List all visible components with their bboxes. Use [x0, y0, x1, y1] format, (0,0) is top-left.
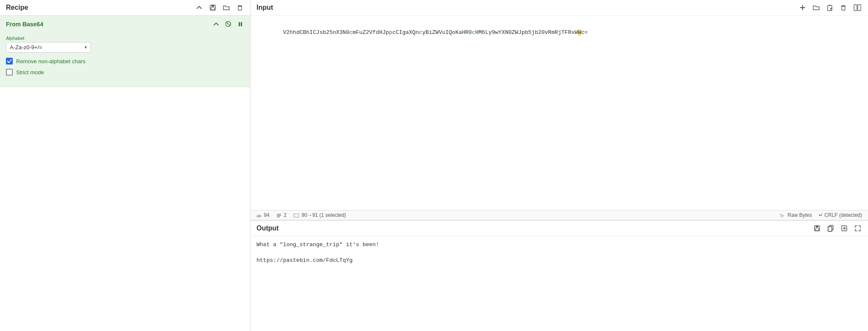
svg-text:abc: abc: [256, 214, 262, 218]
output-save-button[interactable]: [813, 224, 821, 233]
right-panel: Input: [251, 0, 868, 331]
disable-icon: [225, 21, 231, 27]
status-bar-right: Tr Raw Bytes ↵ CRLF (detected): [780, 212, 862, 218]
recipe-header: Recipe: [0, 0, 250, 16]
chevron-up-icon: [213, 21, 219, 27]
input-text-normal: V2hhdCBhICJsb25nX3N0: [283, 29, 349, 36]
remove-nonalpha-row: Remove non-alphabet chars: [6, 58, 244, 65]
remove-nonalpha-label: Remove non-alphabet chars: [16, 58, 85, 65]
operation-collapse-button[interactable]: [212, 20, 220, 28]
input-title: Input: [256, 4, 273, 11]
trash-icon: [237, 4, 243, 11]
operation-disable-button[interactable]: [224, 20, 232, 28]
format-icon: Tr: [780, 213, 785, 218]
output-fullscreen-button[interactable]: [854, 224, 862, 233]
left-panel: Recipe: [0, 0, 251, 331]
recipe-collapse-button[interactable]: [195, 3, 203, 12]
input-text-highlight-c2: c: [419, 29, 422, 36]
recipe-delete-button[interactable]: [236, 3, 244, 12]
output-line-2: https://pastebin.com/FdcLTqYg: [256, 256, 862, 265]
recipe-title: Recipe: [6, 4, 28, 11]
copy-icon: [827, 225, 834, 232]
output-title: Output: [256, 224, 279, 232]
status-char-count: abc 94: [256, 212, 270, 218]
input-content[interactable]: V2hhdCBhICJsb25nX3N0cmFuZ2VfdHJppcCIgaXQ…: [251, 16, 868, 210]
status-raw-bytes: Tr Raw Bytes: [780, 212, 812, 218]
input-text-highlight-c3: c: [472, 29, 475, 36]
svg-rect-3: [238, 6, 242, 10]
output-line-1: What a "long_strange_trip" it's been!: [256, 241, 862, 250]
svg-rect-21: [816, 226, 818, 227]
operation-title: From Base64: [6, 21, 43, 28]
lines-icon: [276, 213, 282, 218]
input-header-icons: [798, 3, 862, 12]
svg-rect-6: [239, 22, 240, 26]
input-text-normal6: c=: [581, 29, 588, 36]
svg-rect-1: [211, 5, 214, 7]
status-selection: 90→91 (1 selected): [293, 212, 346, 218]
svg-text:Tr: Tr: [780, 214, 784, 218]
output-header: Output: [251, 221, 868, 236]
strict-mode-label: Strict mode: [16, 69, 44, 76]
alphabet-select-wrapper[interactable]: A-Za-z0-9+/= ▾: [6, 42, 91, 53]
input-layout-button[interactable]: [853, 3, 862, 12]
output-send-to-input-button[interactable]: [840, 224, 848, 233]
abc-icon: abc: [256, 213, 262, 218]
status-line-ending: ↵ CRLF (detected): [819, 212, 862, 218]
strict-mode-row: Strict mode: [6, 69, 244, 76]
recipe-save-button[interactable]: [209, 3, 217, 12]
input-add-button[interactable]: [798, 3, 807, 12]
input-section: Input: [251, 0, 868, 221]
fullscreen-icon: [854, 225, 861, 232]
save-icon: [209, 4, 216, 11]
output-section: Output: [251, 221, 868, 331]
status-bar: abc 94 2 90→91 (1 selected): [251, 210, 868, 220]
chevron-up-icon: [196, 4, 203, 11]
input-open-button[interactable]: [812, 3, 820, 12]
svg-rect-18: [294, 214, 299, 217]
pause-icon: [237, 21, 243, 27]
remove-nonalpha-checkbox[interactable]: [6, 58, 13, 65]
output-header-icons: [813, 224, 862, 233]
checkmark-icon: [7, 59, 12, 64]
strict-mode-checkbox[interactable]: [6, 69, 13, 76]
svg-rect-24: [828, 227, 832, 231]
svg-rect-7: [241, 22, 242, 26]
input-text-highlight-w: W: [578, 29, 581, 36]
svg-rect-2: [211, 8, 214, 10]
operation-header: From Base64: [0, 16, 250, 32]
operation-pause-button[interactable]: [237, 20, 244, 28]
svg-rect-22: [815, 228, 819, 230]
output-content: What a "long_strange_trip" it's been! ht…: [251, 236, 868, 331]
input-clear-button[interactable]: [839, 3, 848, 12]
alphabet-label: Alphabet: [6, 36, 244, 41]
output-copy-button[interactable]: [826, 224, 835, 233]
recipe-open-button[interactable]: [222, 3, 231, 12]
input-text-highlight-p: p: [389, 29, 392, 36]
recipe-header-icons: [195, 3, 244, 12]
input-paste-button[interactable]: [826, 3, 834, 12]
svg-rect-12: [854, 5, 857, 11]
input-text-normal4: yBiZWVuIQoKaHR0: [422, 29, 472, 36]
operation-body: Alphabet A-Za-z0-9+/= ▾ Remove non-alpha…: [0, 32, 250, 87]
clipboard-paste-icon: [826, 4, 833, 11]
input-text-normal5: HM6Ly9wYXN0ZWJpb5jb20vRmRjTFRxW: [475, 29, 578, 36]
svg-rect-13: [858, 5, 861, 11]
input-text-normal3: cCIgaXQn: [392, 29, 419, 36]
selection-icon: [293, 213, 299, 218]
trash-icon: [840, 4, 847, 11]
send-to-input-icon: [841, 225, 848, 232]
alphabet-select[interactable]: A-Za-z0-9+/=: [10, 44, 83, 50]
svg-line-5: [226, 22, 230, 26]
folder-open-icon: [813, 4, 820, 11]
input-header: Input: [251, 0, 868, 16]
operation-block-from-base64: From Base64: [0, 16, 250, 87]
chevron-down-icon: ▾: [85, 45, 87, 50]
plus-icon: [799, 4, 806, 11]
input-text-normal2: mFuZ2VfdHJp: [352, 29, 389, 36]
split-layout-icon: [854, 4, 861, 11]
alphabet-field-group: Alphabet A-Za-z0-9+/= ▾: [6, 36, 244, 53]
svg-rect-11: [842, 6, 845, 10]
status-line-count: 2: [276, 212, 287, 218]
input-text: V2hhdCBhICJsb25nX3N0cmFuZ2VfdHJppcCIgaXQ…: [256, 20, 862, 45]
